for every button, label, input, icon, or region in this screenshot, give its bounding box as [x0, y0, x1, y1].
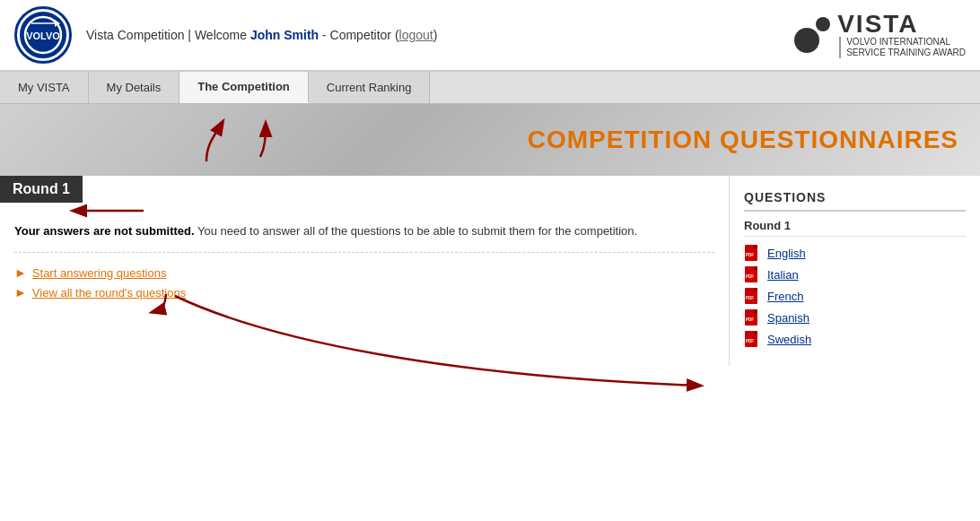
pdf-icon-italian: PDF — [744, 265, 762, 283]
lang-item-swedish: PDF Swedish — [744, 330, 966, 348]
content-main: Round 1 Your answers are not submitted. … — [0, 176, 729, 366]
pdf-icon-swedish: PDF — [744, 330, 762, 348]
tab-current-ranking[interactable]: Current Ranking — [309, 72, 431, 103]
start-answering-link[interactable]: Start answering questions — [32, 266, 167, 280]
status-message: Your answers are not submitted. You need… — [14, 213, 714, 253]
lang-item-english: PDF English — [744, 244, 966, 262]
french-link[interactable]: French — [767, 290, 803, 303]
tab-my-details[interactable]: My Details — [89, 72, 180, 103]
header-text: Vista Competition | Welcome John Smith -… — [86, 28, 437, 42]
vista-brand: VISTA — [837, 12, 966, 37]
header: VOLVO Vista Competition | Welcome John S… — [0, 0, 980, 72]
language-list: PDF English PDF Italian — [744, 244, 966, 348]
vista-dots-icon — [794, 17, 830, 53]
header-left: VOLVO Vista Competition | Welcome John S… — [14, 6, 437, 64]
pdf-icon-french: PDF — [744, 287, 762, 305]
arrow-bullet-icon: ► — [14, 265, 27, 280]
svg-text:PDF: PDF — [746, 317, 754, 322]
svg-text:VOLVO: VOLVO — [26, 30, 60, 41]
vista-logo: VISTA VOLVO INTERNATIONAL SERVICE TRAINI… — [794, 12, 966, 58]
nav-bar: My VISTA My Details The Competition Curr… — [0, 72, 980, 104]
vista-dot-small — [816, 17, 830, 31]
lang-item-italian: PDF Italian — [744, 265, 966, 283]
sidebar-panel: QUESTIONS Round 1 PDF English — [729, 176, 980, 366]
vista-dot-large — [794, 28, 819, 53]
svg-text:PDF: PDF — [746, 339, 754, 343]
arrow-bullet-icon-2: ► — [14, 285, 27, 300]
view-questions-link[interactable]: View all the round's questions — [32, 286, 186, 300]
volvo-logo: VOLVO — [14, 6, 72, 64]
action-link-item-2: ► View all the round's questions — [14, 285, 714, 300]
lang-item-spanish: PDF Spanish — [744, 308, 966, 326]
vista-subtitle: VOLVO INTERNATIONAL SERVICE TRAINING AWA… — [839, 37, 966, 58]
hero-section: COMPETITION QUESTIONNAIRES — [0, 104, 980, 176]
questions-round-label: Round 1 — [744, 219, 966, 237]
pdf-icon-english: PDF — [744, 244, 762, 262]
questions-title: QUESTIONS — [744, 190, 966, 212]
tab-my-vista[interactable]: My VISTA — [0, 72, 89, 103]
tab-the-competition[interactable]: The Competition — [179, 72, 309, 103]
lang-item-french: PDF French — [744, 287, 966, 305]
action-links: ► Start answering questions ► View all t… — [14, 253, 714, 317]
italian-link[interactable]: Italian — [767, 268, 799, 282]
content-area: Round 1 Your answers are not submitted. … — [0, 176, 980, 366]
welcome-label: Welcome — [195, 28, 247, 42]
round-badge: Round 1 — [0, 176, 83, 203]
action-link-item-1: ► Start answering questions — [14, 265, 714, 280]
logout-link[interactable]: logout — [399, 28, 433, 42]
svg-rect-12 — [754, 288, 757, 291]
status-bold: Your answers are not submitted. — [14, 224, 195, 238]
svg-rect-9 — [754, 266, 757, 270]
svg-text:PDF: PDF — [746, 253, 754, 257]
site-name: Vista Competition — [86, 28, 184, 42]
english-link[interactable]: English — [767, 247, 806, 260]
page-title: COMPETITION QUESTIONNAIRES — [528, 126, 958, 154]
svg-rect-6 — [754, 245, 757, 248]
svg-rect-15 — [754, 309, 757, 313]
swedish-link[interactable]: Swedish — [767, 333, 811, 346]
pdf-icon-spanish: PDF — [744, 308, 762, 326]
spanish-link[interactable]: Spanish — [767, 311, 809, 325]
svg-rect-18 — [754, 331, 757, 334]
svg-text:PDF: PDF — [746, 274, 754, 279]
page-wrapper: VOLVO Vista Competition | Welcome John S… — [0, 0, 980, 521]
svg-text:PDF: PDF — [746, 296, 754, 300]
user-role: Competitor — [330, 28, 391, 42]
user-name: John Smith — [250, 28, 319, 42]
status-rest: You need to answer all of the questions … — [197, 224, 637, 238]
vista-text-block: VISTA VOLVO INTERNATIONAL SERVICE TRAINI… — [837, 12, 966, 58]
